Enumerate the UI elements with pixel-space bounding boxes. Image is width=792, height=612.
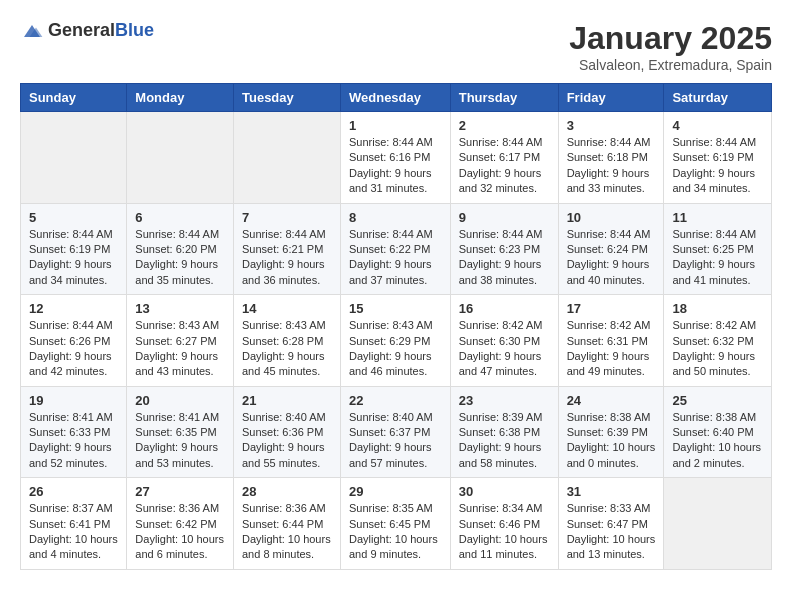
daylight-text: Daylight: 10 hours and 13 minutes. — [567, 532, 656, 563]
sunset-text: Sunset: 6:19 PM — [672, 150, 763, 165]
day-info: Sunrise: 8:43 AMSunset: 6:27 PMDaylight:… — [135, 318, 225, 380]
day-info: Sunrise: 8:43 AMSunset: 6:28 PMDaylight:… — [242, 318, 332, 380]
sunset-text: Sunset: 6:46 PM — [459, 517, 550, 532]
sunset-text: Sunset: 6:47 PM — [567, 517, 656, 532]
table-row: 31Sunrise: 8:33 AMSunset: 6:47 PMDayligh… — [558, 478, 664, 570]
daylight-text: Daylight: 10 hours and 11 minutes. — [459, 532, 550, 563]
sunrise-text: Sunrise: 8:36 AM — [242, 501, 332, 516]
sunrise-text: Sunrise: 8:43 AM — [135, 318, 225, 333]
day-info: Sunrise: 8:40 AMSunset: 6:37 PMDaylight:… — [349, 410, 442, 472]
sunrise-text: Sunrise: 8:44 AM — [567, 227, 656, 242]
table-row: 17Sunrise: 8:42 AMSunset: 6:31 PMDayligh… — [558, 295, 664, 387]
daylight-text: Daylight: 9 hours and 58 minutes. — [459, 440, 550, 471]
sunrise-text: Sunrise: 8:44 AM — [242, 227, 332, 242]
day-info: Sunrise: 8:44 AMSunset: 6:21 PMDaylight:… — [242, 227, 332, 289]
daylight-text: Daylight: 10 hours and 6 minutes. — [135, 532, 225, 563]
header-wednesday: Wednesday — [340, 84, 450, 112]
table-row: 18Sunrise: 8:42 AMSunset: 6:32 PMDayligh… — [664, 295, 772, 387]
day-number: 10 — [567, 210, 656, 225]
sunset-text: Sunset: 6:45 PM — [349, 517, 442, 532]
table-row — [127, 112, 234, 204]
day-number: 14 — [242, 301, 332, 316]
table-row: 5Sunrise: 8:44 AMSunset: 6:19 PMDaylight… — [21, 203, 127, 295]
table-row: 13Sunrise: 8:43 AMSunset: 6:27 PMDayligh… — [127, 295, 234, 387]
day-number: 2 — [459, 118, 550, 133]
sunset-text: Sunset: 6:21 PM — [242, 242, 332, 257]
daylight-text: Daylight: 9 hours and 53 minutes. — [135, 440, 225, 471]
day-number: 23 — [459, 393, 550, 408]
daylight-text: Daylight: 10 hours and 0 minutes. — [567, 440, 656, 471]
sunset-text: Sunset: 6:35 PM — [135, 425, 225, 440]
daylight-text: Daylight: 9 hours and 47 minutes. — [459, 349, 550, 380]
day-info: Sunrise: 8:41 AMSunset: 6:35 PMDaylight:… — [135, 410, 225, 472]
day-number: 28 — [242, 484, 332, 499]
sunrise-text: Sunrise: 8:37 AM — [29, 501, 118, 516]
calendar-week-row: 5Sunrise: 8:44 AMSunset: 6:19 PMDaylight… — [21, 203, 772, 295]
sunset-text: Sunset: 6:36 PM — [242, 425, 332, 440]
header-thursday: Thursday — [450, 84, 558, 112]
table-row: 23Sunrise: 8:39 AMSunset: 6:38 PMDayligh… — [450, 386, 558, 478]
day-number: 4 — [672, 118, 763, 133]
table-row: 6Sunrise: 8:44 AMSunset: 6:20 PMDaylight… — [127, 203, 234, 295]
day-info: Sunrise: 8:34 AMSunset: 6:46 PMDaylight:… — [459, 501, 550, 563]
title-area: January 2025 Salvaleon, Extremadura, Spa… — [569, 20, 772, 73]
table-row: 25Sunrise: 8:38 AMSunset: 6:40 PMDayligh… — [664, 386, 772, 478]
day-info: Sunrise: 8:39 AMSunset: 6:38 PMDaylight:… — [459, 410, 550, 472]
header: GeneralBlue January 2025 Salvaleon, Extr… — [20, 20, 772, 73]
logo-icon — [20, 21, 44, 41]
day-number: 16 — [459, 301, 550, 316]
sunrise-text: Sunrise: 8:38 AM — [567, 410, 656, 425]
table-row: 1Sunrise: 8:44 AMSunset: 6:16 PMDaylight… — [340, 112, 450, 204]
day-number: 22 — [349, 393, 442, 408]
day-number: 27 — [135, 484, 225, 499]
day-number: 6 — [135, 210, 225, 225]
calendar-week-row: 19Sunrise: 8:41 AMSunset: 6:33 PMDayligh… — [21, 386, 772, 478]
day-number: 9 — [459, 210, 550, 225]
table-row: 8Sunrise: 8:44 AMSunset: 6:22 PMDaylight… — [340, 203, 450, 295]
sunset-text: Sunset: 6:19 PM — [29, 242, 118, 257]
daylight-text: Daylight: 9 hours and 38 minutes. — [459, 257, 550, 288]
sunrise-text: Sunrise: 8:43 AM — [349, 318, 442, 333]
header-saturday: Saturday — [664, 84, 772, 112]
table-row: 4Sunrise: 8:44 AMSunset: 6:19 PMDaylight… — [664, 112, 772, 204]
header-monday: Monday — [127, 84, 234, 112]
sunset-text: Sunset: 6:38 PM — [459, 425, 550, 440]
sunrise-text: Sunrise: 8:44 AM — [672, 227, 763, 242]
table-row: 21Sunrise: 8:40 AMSunset: 6:36 PMDayligh… — [233, 386, 340, 478]
sunrise-text: Sunrise: 8:34 AM — [459, 501, 550, 516]
sunrise-text: Sunrise: 8:41 AM — [135, 410, 225, 425]
month-title: January 2025 — [569, 20, 772, 57]
sunset-text: Sunset: 6:22 PM — [349, 242, 442, 257]
table-row: 24Sunrise: 8:38 AMSunset: 6:39 PMDayligh… — [558, 386, 664, 478]
table-row: 19Sunrise: 8:41 AMSunset: 6:33 PMDayligh… — [21, 386, 127, 478]
daylight-text: Daylight: 9 hours and 49 minutes. — [567, 349, 656, 380]
daylight-text: Daylight: 9 hours and 52 minutes. — [29, 440, 118, 471]
sunrise-text: Sunrise: 8:44 AM — [459, 227, 550, 242]
daylight-text: Daylight: 10 hours and 2 minutes. — [672, 440, 763, 471]
calendar-week-row: 1Sunrise: 8:44 AMSunset: 6:16 PMDaylight… — [21, 112, 772, 204]
logo-blue: Blue — [115, 20, 154, 40]
day-number: 31 — [567, 484, 656, 499]
day-info: Sunrise: 8:44 AMSunset: 6:26 PMDaylight:… — [29, 318, 118, 380]
sunrise-text: Sunrise: 8:44 AM — [567, 135, 656, 150]
day-number: 3 — [567, 118, 656, 133]
table-row — [21, 112, 127, 204]
day-info: Sunrise: 8:44 AMSunset: 6:19 PMDaylight:… — [29, 227, 118, 289]
sunset-text: Sunset: 6:28 PM — [242, 334, 332, 349]
daylight-text: Daylight: 9 hours and 34 minutes. — [29, 257, 118, 288]
sunrise-text: Sunrise: 8:44 AM — [29, 318, 118, 333]
sunrise-text: Sunrise: 8:44 AM — [29, 227, 118, 242]
table-row: 7Sunrise: 8:44 AMSunset: 6:21 PMDaylight… — [233, 203, 340, 295]
daylight-text: Daylight: 9 hours and 50 minutes. — [672, 349, 763, 380]
daylight-text: Daylight: 9 hours and 45 minutes. — [242, 349, 332, 380]
sunrise-text: Sunrise: 8:33 AM — [567, 501, 656, 516]
daylight-text: Daylight: 9 hours and 31 minutes. — [349, 166, 442, 197]
sunrise-text: Sunrise: 8:36 AM — [135, 501, 225, 516]
table-row — [233, 112, 340, 204]
logo: GeneralBlue — [20, 20, 154, 41]
sunrise-text: Sunrise: 8:44 AM — [349, 135, 442, 150]
day-number: 18 — [672, 301, 763, 316]
daylight-text: Daylight: 9 hours and 35 minutes. — [135, 257, 225, 288]
day-info: Sunrise: 8:42 AMSunset: 6:32 PMDaylight:… — [672, 318, 763, 380]
day-info: Sunrise: 8:44 AMSunset: 6:25 PMDaylight:… — [672, 227, 763, 289]
